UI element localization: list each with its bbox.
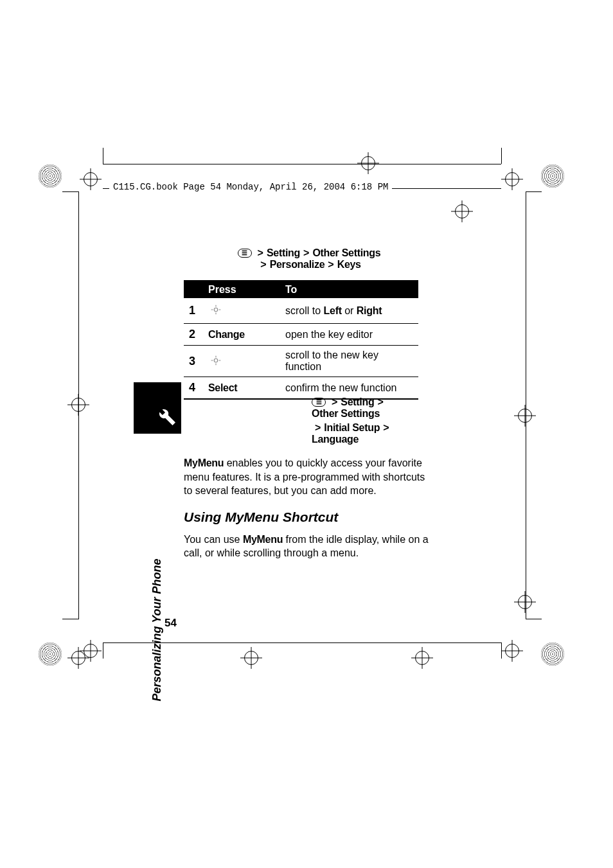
crop-tick bbox=[501, 148, 502, 164]
crop-tick bbox=[103, 642, 103, 659]
bold-term: MyMenu bbox=[243, 534, 283, 545]
registration-mark-icon bbox=[501, 168, 523, 190]
find-it-path-2: ☰ > Setting > Other Settings > Initial S… bbox=[312, 396, 434, 448]
to-text: confirm the new function bbox=[285, 382, 396, 393]
separator: > bbox=[260, 259, 266, 270]
press-cell: Change bbox=[203, 324, 280, 346]
side-black-tab bbox=[134, 382, 181, 434]
separator: > bbox=[328, 259, 333, 270]
path-seg: Initial Setup bbox=[324, 422, 380, 434]
path-seg: Personalize bbox=[270, 259, 325, 270]
separator: > bbox=[315, 422, 321, 434]
registration-mark-icon bbox=[240, 647, 262, 669]
mymenu-usage: You can use MyMenu from the idle display… bbox=[184, 533, 434, 560]
steps-table: Press To 1 scroll to Left or Right 2 Cha… bbox=[184, 280, 418, 400]
table-header-blank bbox=[184, 281, 203, 298]
section-heading: Using MyMenu Shortcut bbox=[184, 509, 434, 525]
crop-tick bbox=[526, 619, 542, 619]
header-page-info: C115.CG.book Page 54 Monday, April 26, 2… bbox=[109, 182, 392, 192]
bold-term: MyMenu bbox=[184, 457, 224, 468]
press-cell bbox=[203, 346, 280, 377]
table-row: 1 scroll to Left or Right bbox=[184, 298, 418, 324]
find-it-path-1: ☰ > Setting > Other Settings > Personali… bbox=[184, 247, 434, 270]
screen-tone-mark bbox=[541, 642, 564, 666]
menu-key-icon: ☰ bbox=[312, 398, 326, 407]
registration-mark-icon bbox=[514, 591, 536, 613]
to-text: scroll to bbox=[285, 305, 324, 316]
svg-point-0 bbox=[214, 308, 218, 312]
path-seg: Language bbox=[312, 434, 359, 445]
page-number: 54 bbox=[164, 617, 177, 630]
to-text: or bbox=[342, 305, 357, 316]
crop-rule-top bbox=[103, 164, 501, 164]
crop-tick bbox=[62, 619, 78, 619]
side-section-label-text: Personalizing Your Phone bbox=[150, 558, 164, 701]
body-text: MyMenu enables you to quickly access you… bbox=[184, 448, 434, 560]
registration-mark-icon bbox=[357, 152, 379, 174]
mymenu-intro: MyMenu enables you to quickly access you… bbox=[184, 456, 434, 498]
para-text: You can use bbox=[184, 534, 243, 545]
screen-tone-mark bbox=[39, 642, 62, 666]
registration-mark-icon bbox=[514, 405, 536, 427]
to-text: open the key editor bbox=[285, 329, 373, 340]
nav-key-icon bbox=[208, 353, 224, 368]
table-row: 3 scroll to the new key function bbox=[184, 346, 418, 377]
table-row: 4 Select confirm the new function bbox=[184, 377, 418, 400]
to-cell: confirm the new function bbox=[280, 377, 418, 400]
crop-tick bbox=[526, 191, 542, 192]
path-seg: Other Settings bbox=[312, 247, 380, 259]
registration-mark-icon bbox=[67, 394, 89, 416]
path-seg: Other Settings bbox=[312, 408, 380, 420]
nav-key-icon bbox=[208, 302, 224, 317]
separator: > bbox=[383, 422, 389, 434]
side-section-label: Personalizing Your Phone bbox=[149, 444, 165, 637]
to-text: scroll to the new key function bbox=[285, 350, 378, 372]
table-header-to: To bbox=[280, 281, 418, 298]
screen-tone-mark bbox=[39, 164, 62, 188]
to-cell: scroll to Left or Right bbox=[280, 298, 418, 324]
to-cell: open the key editor bbox=[280, 324, 418, 346]
menu-key-icon: ☰ bbox=[238, 249, 252, 258]
wrench-icon bbox=[154, 404, 177, 430]
path-seg: Keys bbox=[337, 259, 361, 270]
press-cell: Select bbox=[203, 377, 280, 400]
table-header-press: Press bbox=[203, 281, 280, 298]
crop-tick bbox=[103, 148, 103, 164]
registration-mark-icon bbox=[67, 647, 89, 669]
registration-mark-icon bbox=[501, 640, 523, 662]
to-cell: scroll to the new key function bbox=[280, 346, 418, 377]
registration-mark-icon bbox=[411, 647, 433, 669]
step-number: 3 bbox=[184, 346, 203, 377]
registration-mark-icon bbox=[451, 200, 473, 222]
screen-tone-mark bbox=[541, 164, 564, 188]
crop-tick bbox=[62, 191, 78, 192]
step-number: 1 bbox=[184, 298, 203, 324]
step-number: 2 bbox=[184, 324, 203, 346]
table-row: 2 Change open the key editor bbox=[184, 324, 418, 346]
svg-point-1 bbox=[214, 359, 218, 362]
to-bold: Left bbox=[324, 305, 342, 316]
step-number: 4 bbox=[184, 377, 203, 400]
path-seg: Setting bbox=[267, 247, 300, 259]
separator: > bbox=[332, 396, 337, 408]
separator: > bbox=[377, 396, 383, 408]
separator: > bbox=[258, 247, 263, 259]
press-cell bbox=[203, 298, 280, 324]
path-seg: Setting bbox=[341, 396, 374, 408]
page-content: ☰ > Setting > Other Settings > Personali… bbox=[184, 247, 434, 400]
to-bold: Right bbox=[357, 305, 382, 316]
registration-mark-icon bbox=[80, 168, 102, 190]
separator: > bbox=[303, 247, 309, 259]
